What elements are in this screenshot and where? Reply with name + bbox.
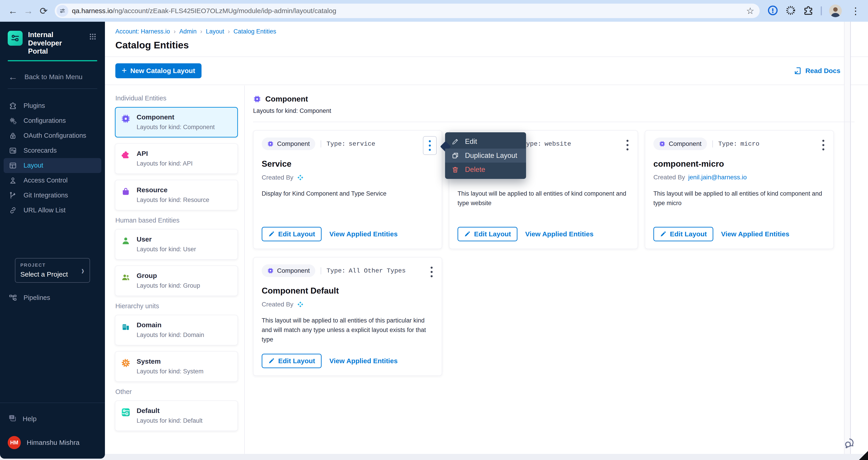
section-label: Other — [115, 388, 238, 396]
read-docs-link[interactable]: Read Docs — [794, 66, 840, 75]
project-selector[interactable]: PROJECT Select a Project › — [15, 258, 90, 283]
edit-layout-button[interactable]: Edit Layout — [262, 227, 321, 241]
sidebar-item-layout[interactable]: Layout — [4, 158, 101, 173]
creator-email-link[interactable]: jenil.jain@harness.io — [688, 174, 747, 181]
created-by-label: Created By — [262, 174, 293, 181]
entity-item-group[interactable]: Group Layouts for kind: Group — [115, 266, 238, 296]
view-applied-entities-link[interactable]: View Applied Entities — [329, 357, 398, 365]
browser-profile-avatar[interactable] — [829, 4, 842, 17]
nav-label: Access Control — [24, 177, 68, 184]
entity-item-domain[interactable]: Domain Layouts for kind: Domain — [115, 315, 238, 345]
entity-subtitle: Layouts for kind: Group — [136, 282, 200, 289]
sidebar-item-access-control[interactable]: Access Control — [4, 173, 101, 188]
card-kebab-menu-icon[interactable] — [626, 140, 628, 150]
person-icon — [9, 176, 17, 185]
browser-back-button[interactable]: ← — [6, 4, 20, 18]
chat-bubbles-icon[interactable] — [843, 436, 858, 451]
read-docs-icon — [794, 66, 802, 75]
nav-label: Scorecards — [24, 147, 57, 154]
site-settings-icon[interactable] — [57, 5, 68, 17]
sidebar-item-oauth-configurations[interactable]: OAuth Configurations — [4, 128, 101, 143]
entity-name: Domain — [136, 321, 204, 329]
context-menu-edit[interactable]: Edit — [445, 134, 526, 149]
back-to-main-menu[interactable]: ← Back to Main Menu — [8, 72, 97, 82]
breadcrumb-catalog-entities[interactable]: Catalog Entities — [234, 28, 276, 35]
card-kebab-menu-icon[interactable] — [423, 136, 437, 155]
url-text: qa.harness.io/ng/account/zEaak-FLS425IEO… — [72, 7, 740, 15]
pencil-icon — [660, 231, 666, 237]
edit-layout-label: Edit Layout — [474, 230, 511, 238]
edit-layout-button[interactable]: Edit Layout — [262, 354, 321, 368]
entity-item-system[interactable]: System Layouts for kind: System — [115, 351, 238, 382]
breadcrumb-account[interactable]: Account: Harness.io — [115, 28, 170, 35]
context-menu-delete[interactable]: Delete — [445, 163, 526, 177]
sidebar-item-pipelines[interactable]: Pipelines — [4, 290, 101, 305]
page-title: Catalog Entities — [115, 39, 868, 51]
type-prefix: Type: — [718, 141, 737, 148]
card-kebab-menu-icon[interactable] — [431, 267, 433, 277]
teal-accent-rule — [8, 60, 97, 61]
page-toolbar: + New Catalog Layout Read Docs — [105, 57, 868, 85]
sidebar: Internal Developer Portal ← Back to Main… — [0, 22, 105, 459]
harness-logo-icon — [297, 174, 304, 181]
entity-name: Component — [136, 113, 215, 121]
breadcrumb-admin[interactable]: Admin — [179, 28, 197, 35]
breadcrumb: Account: Harness.io › Admin › Layout › C… — [115, 28, 868, 35]
nav-label: Plugins — [24, 102, 45, 110]
view-applied-entities-link[interactable]: View Applied Entities — [329, 230, 398, 238]
sidebar-item-git-integrations[interactable]: Git Integrations — [4, 188, 101, 203]
help-chat-icon: ? — [8, 413, 17, 424]
kind-chip-label: Component — [277, 140, 310, 148]
created-by-label: Created By — [262, 301, 293, 308]
layout-card-service[interactable]: Component Type: service Service Created … — [253, 130, 442, 249]
entity-name: System — [136, 358, 204, 365]
breadcrumb-layout[interactable]: Layout — [206, 28, 224, 35]
entity-item-user[interactable]: User Layouts for kind: User — [115, 229, 238, 259]
component-icon — [121, 114, 131, 124]
browser-toolbar: ← → ⟳ qa.harness.io/ng/account/zEaak-FLS… — [0, 0, 868, 22]
browser-reload-button[interactable]: ⟳ — [37, 4, 51, 18]
user-menu[interactable]: HM Himanshu Mishra — [8, 436, 97, 449]
view-applied-entities-link[interactable]: View Applied Entities — [721, 230, 789, 238]
card-kebab-menu-icon[interactable] — [822, 140, 824, 150]
sidebar-item-url-allow-list[interactable]: URL Allow List — [4, 203, 101, 218]
main-content: Account: Harness.io › Admin › Layout › C… — [105, 22, 868, 454]
view-applied-entities-link[interactable]: View Applied Entities — [525, 230, 593, 238]
browser-menu-icon[interactable]: ⋮ — [849, 5, 862, 17]
entity-item-default[interactable]: Default Layouts for kind: Default — [115, 401, 238, 431]
browser-forward-button[interactable]: → — [21, 4, 35, 18]
context-menu-duplicate-layout[interactable]: Duplicate Layout — [445, 149, 526, 163]
new-catalog-layout-button[interactable]: + New Catalog Layout — [115, 63, 202, 78]
breadcrumb-separator-icon: › — [200, 28, 202, 35]
entity-item-resource[interactable]: Resource Layouts for kind: Resource — [115, 180, 238, 210]
edit-layout-button[interactable]: Edit Layout — [458, 227, 518, 241]
entity-name: Resource — [136, 186, 209, 194]
help-item[interactable]: ? Help — [8, 412, 97, 426]
product-header: Internal Developer Portal — [8, 31, 97, 56]
browser-extensions-area: ⋮ — [767, 4, 862, 17]
layout-card-component-default[interactable]: Component Type: All Other Types Componen… — [253, 257, 442, 376]
scorecard-icon — [9, 146, 17, 155]
user-name: Himanshu Mishra — [27, 439, 80, 447]
layout-card-component-micro[interactable]: Component Type: micro component-micro Cr… — [645, 130, 834, 249]
toolbar-separator — [821, 6, 822, 16]
address-bar[interactable]: qa.harness.io/ng/account/zEaak-FLS425IEO… — [55, 4, 760, 18]
sidebar-item-configurations[interactable]: Configurations — [4, 113, 101, 128]
pencil-icon — [464, 231, 470, 237]
idp-logo-icon[interactable] — [8, 31, 23, 46]
password-manager-icon[interactable] — [767, 5, 778, 17]
sidebar-item-scorecards[interactable]: Scorecards — [4, 143, 101, 158]
entity-item-component[interactable]: Component Layouts for kind: Component — [115, 107, 238, 137]
bookmark-star-icon[interactable]: ☆ — [744, 6, 756, 16]
sidebar-item-plugins[interactable]: Plugins — [4, 98, 101, 113]
edit-layout-button[interactable]: Edit Layout — [653, 227, 713, 241]
layout-cards-grid: Component Type: service Service Created … — [253, 130, 855, 376]
entity-kind-list: Individual Entities Component Layouts fo… — [105, 86, 245, 454]
entity-item-api[interactable]: API Layouts for kind: API — [115, 143, 238, 174]
layout-icon — [9, 161, 17, 170]
pencil-icon — [268, 358, 275, 364]
loading-sunburst-icon[interactable] — [785, 5, 796, 17]
apps-grid-icon[interactable] — [88, 32, 97, 42]
corner-widget[interactable] — [859, 451, 868, 460]
extensions-puzzle-icon[interactable] — [803, 5, 813, 17]
